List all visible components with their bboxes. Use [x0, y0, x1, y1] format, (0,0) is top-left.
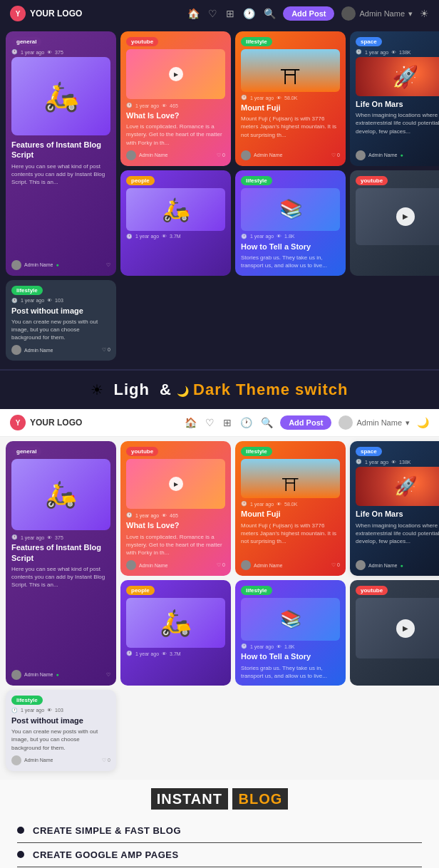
card-features-light[interactable]: general 🛵 🕐 1 year ago 👁 375 Features of… [6, 441, 116, 686]
add-post-button[interactable]: Add Post [283, 6, 334, 21]
card-image: 🛵 [126, 188, 225, 231]
views: 3.7M [170, 651, 181, 656]
card-desc: Mount Fuji ( Fujisan) is with 3776 meter… [241, 115, 340, 147]
online-dot: ● [56, 672, 58, 677]
card-desc: Here you can see what kind of post conte… [11, 162, 110, 257]
switch-label: Theme switch [236, 381, 348, 398]
eye-icon: 👁 [162, 234, 167, 239]
logo: Y YOUR LOGO [10, 415, 82, 430]
card-image: ▶ [356, 188, 439, 245]
card-meta: 🕐 1 year ago 👁 465 [126, 512, 225, 518]
username: Admin Name [139, 563, 167, 568]
card-footer: Admin Name ● ♡ [11, 670, 110, 680]
card-tag: youtube [356, 586, 388, 595]
card-title: Life On Mars [356, 509, 439, 519]
card-desc: You can create new posts with out image,… [11, 728, 110, 752]
card-post-without-image-light[interactable]: lifestyle 🕐 1 year ago 👁 103 Post withou… [6, 690, 116, 771]
theme-toggle-icon[interactable]: 🌙 [417, 417, 429, 428]
online-dot: ● [400, 563, 403, 568]
user-avatar [356, 560, 366, 570]
card-desc: Love is complicated. Romance is a myster… [126, 123, 225, 147]
grid-icon[interactable]: ⊞ [223, 417, 232, 428]
card-user: Admin Name [241, 560, 282, 570]
clock-icon: 🕐 [126, 512, 133, 518]
card-desc: Stories grab us. They take us in, transp… [241, 254, 340, 269]
card-likes: ♡ 0 [331, 153, 340, 158]
card-meta: 🕐 1 year ago 👁 103 [11, 298, 110, 304]
time: 1 year ago [250, 502, 274, 507]
card-life-on-mars-light[interactable]: space 🕐 1 year ago 👁 138K 🚀 Life On Mars… [350, 441, 439, 576]
user-menu[interactable]: Admin Name ▾ [341, 6, 413, 21]
card-mount-fuji-light[interactable]: lifestyle ⛩ 🕐 1 year ago 👁 58.0K Mount F… [235, 441, 346, 576]
card-tag: general [11, 447, 41, 456]
nav-icons: 🏠 ♡ ⊞ 🕐 🔍 [185, 417, 273, 428]
clock-icon[interactable]: 🕐 [240, 417, 252, 428]
card-features[interactable]: general 🕐 1 year ago 👁 375 🛵 Features of… [6, 31, 116, 276]
card-meta: 🕐 1 year ago 👁 1.8K [241, 234, 340, 239]
card-meta: 🕐 1 year ago 👁 58.0K [241, 501, 340, 507]
time: 1 year ago [365, 460, 388, 465]
avatar [341, 6, 356, 21]
card-what-is-love[interactable]: youtube ▶ 🕐 1 year ago 👁 465 What Is Lov… [120, 31, 231, 166]
views: 465 [170, 513, 178, 518]
card-tag: lifestyle [241, 176, 272, 185]
add-post-button[interactable]: Add Post [280, 415, 331, 430]
clock-icon[interactable]: 🕐 [243, 8, 255, 19]
card-title: What Is Love? [126, 520, 225, 530]
heart-icon[interactable]: ♡ [205, 417, 215, 428]
card-likes: ♡ [106, 672, 110, 678]
card-image: ⛩ [241, 459, 340, 498]
theme-toggle-icon[interactable]: ☀ [420, 8, 429, 19]
card-mount-fuji[interactable]: lifestyle ⛩ 🕐 1 year ago 👁 58.0K Mount F… [235, 31, 346, 166]
card-image: 🛵 [11, 57, 110, 135]
card-desc: Here you can see what kind of post conte… [11, 565, 110, 666]
clock-icon: 🕐 [11, 534, 18, 540]
user-avatar [126, 150, 136, 160]
card-user: Admin Name [241, 150, 282, 160]
card-meta: 🕐 1 year ago 👁 58.0K [241, 95, 340, 100]
card-meta: 🕐 1 year ago 👁 103 [11, 708, 110, 713]
card-user: Admin Name [11, 755, 53, 765]
card-footer: Admin Name ♡ 0 [241, 560, 340, 570]
card-people[interactable]: people 🛵 🕐 1 year ago 👁 3.7M [120, 170, 231, 276]
card-video-thumb: ▶ [126, 459, 225, 509]
grid-icon[interactable]: ⊞ [226, 8, 234, 19]
card-youtube-dark[interactable]: youtube ▶ [350, 170, 439, 276]
eye-icon: 👁 [277, 234, 282, 239]
card-people-light[interactable]: people 🛵 🕐 1 year ago 👁 3.7M [120, 580, 231, 686]
eye-icon: 👁 [391, 50, 396, 55]
user-menu[interactable]: Admin Name ▾ [339, 415, 410, 430]
eye-icon: 👁 [277, 502, 282, 507]
home-icon[interactable]: 🏠 [185, 417, 197, 428]
card-meta: 🕐 1 year ago 👁 465 [126, 103, 225, 108]
card-tag: space [356, 447, 382, 456]
card-likes: ♡ [106, 262, 110, 268]
home-icon[interactable]: 🏠 [187, 8, 200, 19]
card-story-light[interactable]: lifestyle 📚 🕐 1 year ago 👁 1.8K How to T… [235, 580, 346, 686]
logo-text: YOUR LOGO [30, 418, 82, 428]
card-image: 🛵 [11, 459, 110, 530]
search-icon[interactable]: 🔍 [264, 8, 276, 19]
card-post-without-image[interactable]: lifestyle 🕐 1 year ago 👁 103 Post withou… [6, 280, 116, 361]
card-youtube-dark-light[interactable]: youtube ▶ [350, 580, 439, 686]
admin-name: Admin Name [359, 9, 405, 18]
time: 1 year ago [135, 103, 159, 108]
card-tag: space [356, 37, 382, 46]
card-how-to-tell-story[interactable]: lifestyle 📚 🕐 1 year ago 👁 1.8K How to T… [235, 170, 346, 276]
user-avatar [241, 560, 251, 570]
card-meta: 🕐 1 year ago 👁 3.7M [126, 651, 225, 656]
heart-icon[interactable]: ♡ [208, 8, 217, 19]
search-icon[interactable]: 🔍 [261, 417, 273, 428]
card-meta: 🕐 1 year ago 👁 3.7M [126, 234, 225, 239]
username: Admin Name [24, 758, 53, 763]
views: 58.0K [284, 502, 297, 507]
card-life-on-mars[interactable]: space 🕐 1 year ago 👁 138K 🚀 Life On Mars… [350, 31, 439, 166]
card-tag: lifestyle [241, 447, 272, 456]
card-likes: ♡ 0 [102, 758, 110, 763]
views: 103 [55, 708, 63, 713]
views: 138K [399, 460, 410, 465]
card-desc: When imagining locations where extraterr… [356, 522, 439, 557]
instant-text: INSTANT [151, 788, 228, 810]
dropdown-arrow: ▾ [406, 418, 410, 428]
card-what-is-love-light[interactable]: youtube ▶ 🕐 1 year ago 👁 465 What Is Lov… [120, 441, 231, 576]
